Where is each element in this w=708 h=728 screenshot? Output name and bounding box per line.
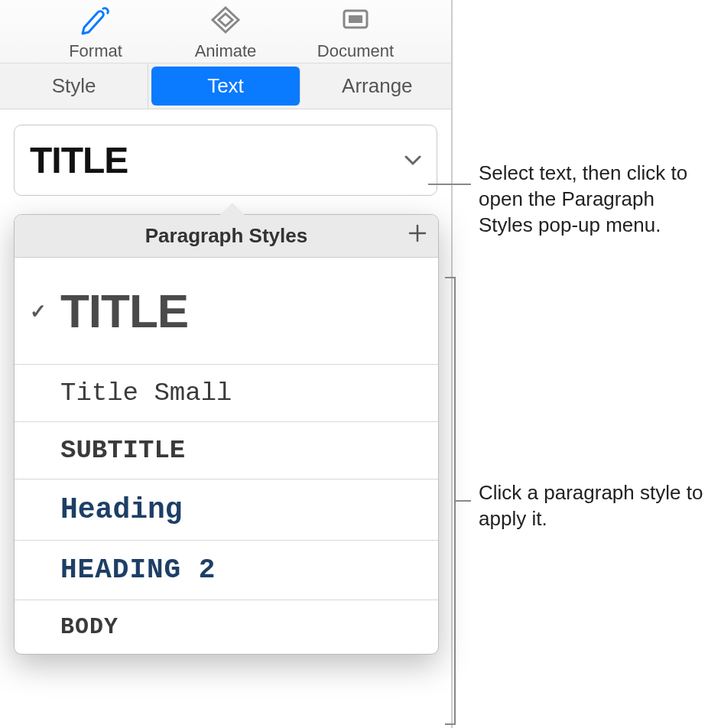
callout-top: Select text, then click to open the Para… [479,161,708,238]
style-label: SUBTITLE [60,436,185,465]
popover-title-bar: Paragraph Styles [15,215,438,258]
toolbar-label: Document [317,41,394,61]
paragraph-style-selector[interactable]: TITLE [14,125,437,196]
svg-rect-1 [349,15,362,23]
style-label: TITLE [60,284,188,337]
check-icon: ✓ [30,299,46,323]
format-button[interactable]: Format [42,5,149,61]
current-style-label: TITLE [30,139,128,181]
tab-style[interactable]: Style [0,63,148,109]
callout-bracket [445,277,456,725]
callout-line [456,500,471,502]
callout-bottom: Click a paragraph style to apply it. [479,480,708,532]
animate-button[interactable]: Animate [172,5,279,61]
toolbar-label: Format [69,41,122,61]
style-item-subtitle[interactable]: SUBTITLE [15,422,438,479]
animate-icon [208,5,243,40]
style-item-title[interactable]: ✓ TITLE [15,258,438,365]
subtabs: Style Text Arrange [0,63,451,109]
paragraph-styles-popover: Paragraph Styles ✓ TITLE Title Small SUB… [14,214,439,655]
popover-caret [220,203,245,215]
toolbar-label: Animate [195,41,257,61]
tab-arrange[interactable]: Arrange [304,63,451,109]
style-label: BODY [60,614,119,640]
style-item-heading[interactable]: Heading [15,479,438,541]
chevron-down-icon [404,151,421,171]
inspector-panel: Format Animate Document Style Text Arran… [0,0,453,728]
style-item-heading-2[interactable]: HEADING 2 [15,541,438,600]
style-list: ✓ TITLE Title Small SUBTITLE Heading HEA… [15,258,438,654]
popover-title: Paragraph Styles [145,224,307,248]
callout-line [428,184,471,185]
document-button[interactable]: Document [302,5,409,61]
style-label: Heading [60,493,183,526]
style-item-body[interactable]: BODY [15,600,438,654]
style-label: HEADING 2 [60,554,216,586]
style-item-title-small[interactable]: Title Small [15,365,438,422]
style-label: Title Small [60,379,232,408]
add-style-button[interactable] [408,223,427,249]
tab-text[interactable]: Text [151,67,300,106]
document-icon [338,5,373,40]
toolbar: Format Animate Document [0,0,451,63]
format-icon [78,5,113,40]
